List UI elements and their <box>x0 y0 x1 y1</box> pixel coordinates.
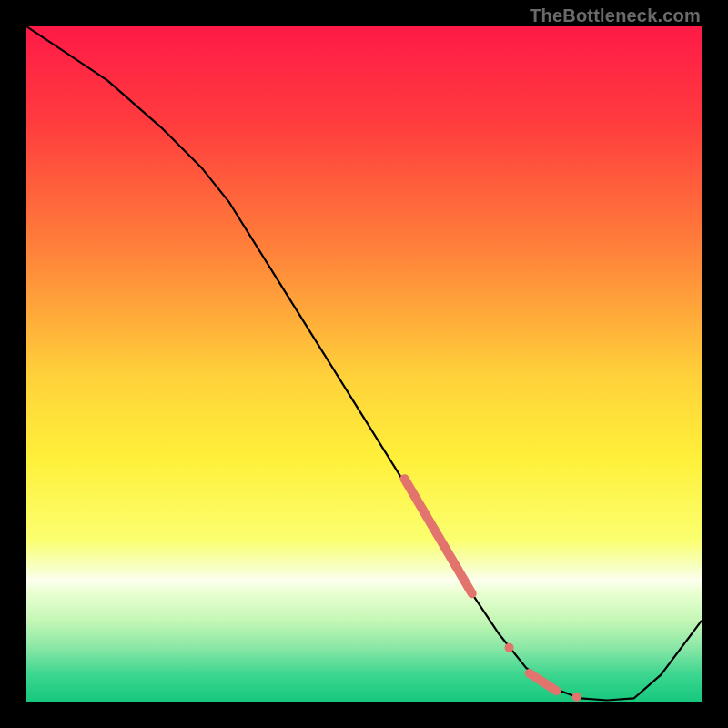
chart-frame: TheBottleneck.com <box>0 0 728 728</box>
gradient-background <box>26 26 702 702</box>
dot-2 <box>572 693 581 702</box>
watermark-text: TheBottleneck.com <box>530 5 701 26</box>
chart-svg <box>26 26 702 702</box>
dot-1 <box>505 643 514 652</box>
plot-area <box>26 26 702 702</box>
